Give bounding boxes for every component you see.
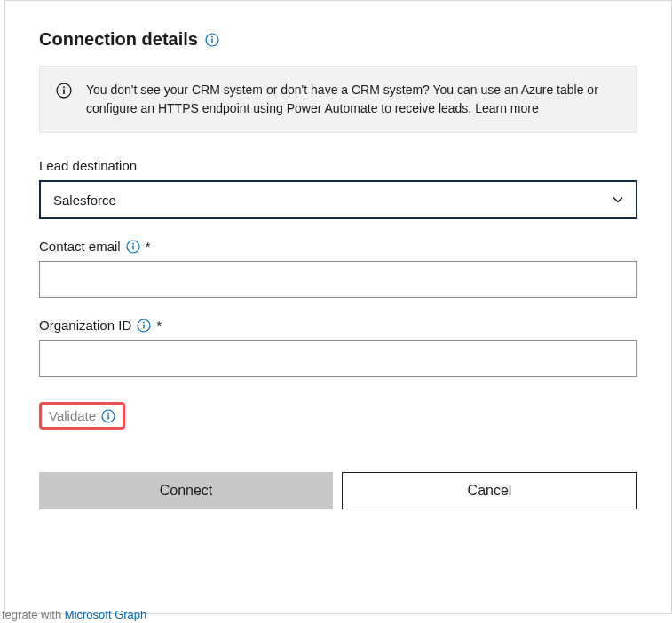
- field-label-row: Lead destination: [39, 158, 637, 173]
- svg-point-10: [143, 321, 145, 323]
- heading-row: Connection details: [39, 29, 637, 50]
- lead-destination-select-wrapper: Salesforce: [39, 180, 637, 219]
- svg-point-13: [107, 412, 109, 414]
- page-title: Connection details: [39, 29, 198, 50]
- lead-destination-field: Lead destination Salesforce: [39, 158, 637, 219]
- info-icon[interactable]: [137, 319, 151, 333]
- svg-point-4: [63, 86, 65, 88]
- svg-point-7: [132, 242, 134, 244]
- svg-rect-8: [132, 245, 133, 249]
- organization-id-field: Organization ID *: [39, 318, 637, 377]
- contact-email-label: Contact email: [39, 239, 121, 254]
- lead-destination-label: Lead destination: [39, 158, 137, 173]
- svg-rect-2: [211, 38, 212, 43]
- required-indicator: *: [146, 239, 151, 254]
- required-indicator: *: [156, 318, 162, 333]
- banner-text: You don't see your CRM system or don't h…: [86, 81, 621, 118]
- connect-button[interactable]: Connect: [39, 472, 333, 509]
- info-banner: You don't see your CRM system or don't h…: [39, 66, 637, 133]
- svg-rect-5: [63, 89, 65, 94]
- contact-email-field: Contact email *: [39, 239, 637, 298]
- lead-destination-value: Salesforce: [53, 193, 116, 208]
- validate-label: Validate: [49, 408, 96, 423]
- connection-details-panel: Connection details You don't see your CR…: [4, 0, 672, 614]
- cancel-button[interactable]: Cancel: [342, 472, 637, 509]
- info-icon: [101, 409, 115, 423]
- contact-email-input[interactable]: [39, 261, 637, 298]
- svg-rect-11: [144, 324, 145, 328]
- field-label-row: Organization ID *: [39, 318, 637, 333]
- info-icon[interactable]: [205, 33, 219, 47]
- footer-partial-text: tegrate with Microsoft Graph: [2, 608, 146, 621]
- field-label-row: Contact email *: [39, 239, 637, 254]
- organization-id-label: Organization ID: [39, 318, 131, 333]
- lead-destination-select[interactable]: Salesforce: [39, 180, 637, 219]
- svg-rect-14: [107, 414, 108, 419]
- info-icon: [56, 83, 72, 99]
- validate-link[interactable]: Validate: [39, 402, 125, 430]
- info-icon[interactable]: [126, 240, 140, 254]
- svg-point-1: [211, 35, 213, 37]
- learn-more-link[interactable]: Learn more: [475, 101, 539, 115]
- button-row: Connect Cancel: [39, 472, 637, 509]
- organization-id-input[interactable]: [39, 340, 637, 377]
